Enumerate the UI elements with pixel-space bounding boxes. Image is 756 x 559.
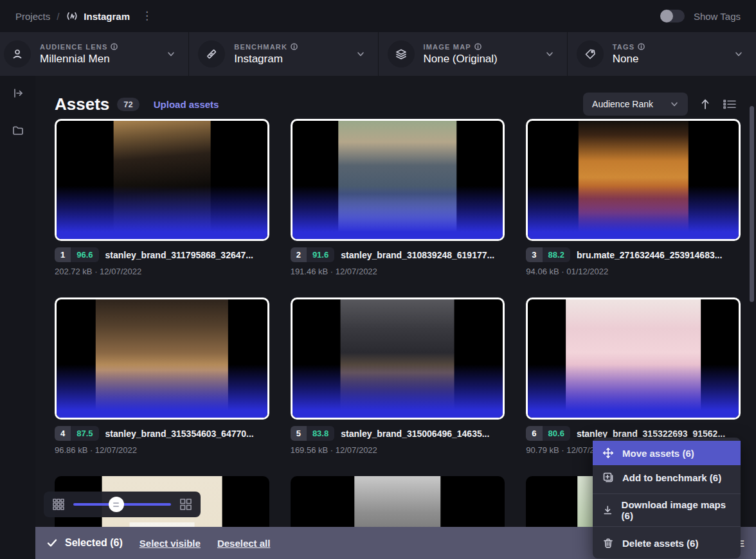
asset-meta: 94.06 kB · 01/12/2022 <box>526 267 741 276</box>
sort-direction-arrow-icon[interactable] <box>699 98 711 111</box>
trash-icon <box>602 537 614 549</box>
chevron-down-icon[interactable] <box>734 49 743 58</box>
asset-filename: stanley_brand_311795868_32647... <box>105 250 253 260</box>
move-icon <box>602 447 614 459</box>
show-tags-label: Show Tags <box>694 11 741 22</box>
filter-image-map[interactable]: IMAGE MAP None (Original) <box>379 32 567 76</box>
heatmap-gradient-overlay <box>292 121 503 239</box>
small-grid-icon <box>51 497 66 511</box>
large-grid-icon <box>179 497 193 511</box>
check-icon <box>47 538 57 547</box>
filter-benchmark[interactable]: BENCHMARK Instagram <box>189 32 377 76</box>
breadcrumb-projects[interactable]: Projects <box>15 11 50 22</box>
asset-filename: stanley_brand_315006496_14635... <box>341 429 489 439</box>
heatmap-gradient-overlay <box>57 121 267 239</box>
layers-icon <box>388 40 415 67</box>
menu-item-label: Download image maps (6) <box>622 499 731 521</box>
vertical-scrollbar-thumb[interactable] <box>750 106 754 302</box>
asset-card[interactable]: 680.6 stanley_brand_315322693_91562... 9… <box>526 297 741 455</box>
zoom-slider-track[interactable] <box>73 503 171 506</box>
grid-zoom-control <box>44 492 201 517</box>
rank-score-badge: 196.6 <box>55 247 99 262</box>
page-title: Assets <box>55 94 109 114</box>
show-tags-toggle[interactable] <box>660 10 685 22</box>
filter-bar: AUDIENCE LENS Millennial Men BENCHMARK I… <box>0 32 756 76</box>
rank-score-badge: 487.5 <box>55 426 99 441</box>
deselect-all-link[interactable]: Deselect all <box>217 538 271 549</box>
asset-filename: bru.mate_271632446_253914683... <box>577 250 723 260</box>
zoom-slider-handle[interactable] <box>109 497 124 512</box>
heatmap-gradient-overlay <box>57 299 267 418</box>
menu-item-download-image-maps[interactable]: Download image maps (6) <box>593 498 741 522</box>
filter-label: TAGS <box>613 43 635 51</box>
filter-value: None <box>613 53 729 66</box>
assets-count-badge: 72 <box>117 98 139 111</box>
menu-divider <box>593 493 741 494</box>
chevron-down-icon[interactable] <box>545 49 554 58</box>
asset-card[interactable]: 583.8 stanley_brand_315006496_14635... 1… <box>291 297 505 455</box>
sort-dropdown[interactable]: Audience Rank <box>583 93 688 116</box>
tag-icon <box>577 40 604 67</box>
toggle-knob <box>660 10 673 22</box>
chevron-down-icon[interactable] <box>356 49 365 58</box>
asset-filename: stanley_brand_310839248_619177... <box>341 250 494 260</box>
filter-label: IMAGE MAP <box>424 43 471 51</box>
heatmap-gradient-overlay <box>528 121 739 239</box>
breadcrumb-separator: / <box>57 11 59 22</box>
filter-value: Instagram <box>234 53 350 66</box>
asset-card[interactable]: 291.6 stanley_brand_310839248_619177... … <box>291 119 505 276</box>
heatmap-gradient-overlay <box>292 299 503 418</box>
menu-item-label: Move assets (6) <box>622 448 694 459</box>
filter-audience-lens[interactable]: AUDIENCE LENS Millennial Men <box>0 32 188 76</box>
asset-meta: 202.72 kB · 12/07/2022 <box>55 267 269 276</box>
chevron-down-icon[interactable] <box>166 49 176 58</box>
rank-score-badge: 583.8 <box>291 426 335 441</box>
asset-card[interactable]: 487.5 stanley_brand_315354603_64770... 9… <box>55 297 269 455</box>
upload-assets-link[interactable]: Upload assets <box>154 99 219 110</box>
menu-item-label: Add to benchmark (6) <box>622 472 721 483</box>
rank-score-badge: 680.6 <box>526 426 570 441</box>
collapse-panel-icon[interactable] <box>0 85 35 102</box>
filter-label: AUDIENCE LENS <box>40 43 107 51</box>
filter-value: Millennial Men <box>40 53 161 66</box>
person-icon <box>4 40 31 67</box>
rank-score-badge: 291.6 <box>291 247 335 262</box>
asset-card[interactable]: 388.2 bru.mate_271632446_253914683... 94… <box>526 119 741 276</box>
download-icon <box>602 504 613 516</box>
context-menu: Move assets (6) Add to benchmark (6) Dow… <box>593 438 741 558</box>
left-rail <box>0 76 35 559</box>
asset-meta: 169.56 kB · 12/07/2022 <box>291 445 505 455</box>
folder-icon[interactable] <box>0 122 35 139</box>
filter-value: None (Original) <box>424 53 540 66</box>
asset-filename: stanley_brand_315354603_64770... <box>105 429 254 439</box>
add-benchmark-icon <box>602 472 614 483</box>
menu-item-move-assets[interactable]: Move assets (6) <box>593 441 741 465</box>
chevron-down-icon <box>670 100 679 109</box>
broadcast-icon <box>66 10 78 22</box>
heatmap-gradient-overlay <box>528 299 739 418</box>
top-bar: Projects / Instagram ⋮ Show Tags <box>0 0 756 32</box>
menu-item-label: Delete assets (6) <box>622 538 698 549</box>
asset-meta: 96.86 kB · 12/07/2022 <box>55 445 269 455</box>
info-icon <box>638 43 645 50</box>
filter-tags[interactable]: TAGS None <box>568 32 756 76</box>
info-icon <box>111 43 118 50</box>
filter-label: BENCHMARK <box>234 43 287 51</box>
project-menu-kebab-icon[interactable]: ⋮ <box>141 13 152 19</box>
asset-card[interactable]: 196.6 stanley_brand_311795868_32647... 2… <box>55 119 269 276</box>
menu-item-delete-assets[interactable]: Delete assets (6) <box>593 531 741 555</box>
rank-score-badge: 388.2 <box>526 247 570 262</box>
sort-dropdown-value: Audience Rank <box>592 99 653 109</box>
list-view-icon[interactable] <box>723 98 737 111</box>
menu-item-add-to-benchmark[interactable]: Add to benchmark (6) <box>593 465 741 490</box>
ruler-icon <box>198 40 225 67</box>
info-icon <box>291 43 298 50</box>
selected-count-label: Selected (6) <box>65 537 123 549</box>
menu-divider <box>593 526 741 527</box>
info-icon <box>474 43 482 50</box>
select-visible-link[interactable]: Select visible <box>140 538 201 549</box>
breadcrumb-project-name[interactable]: Instagram <box>84 11 130 22</box>
asset-meta: 191.46 kB · 12/07/2022 <box>291 267 505 276</box>
